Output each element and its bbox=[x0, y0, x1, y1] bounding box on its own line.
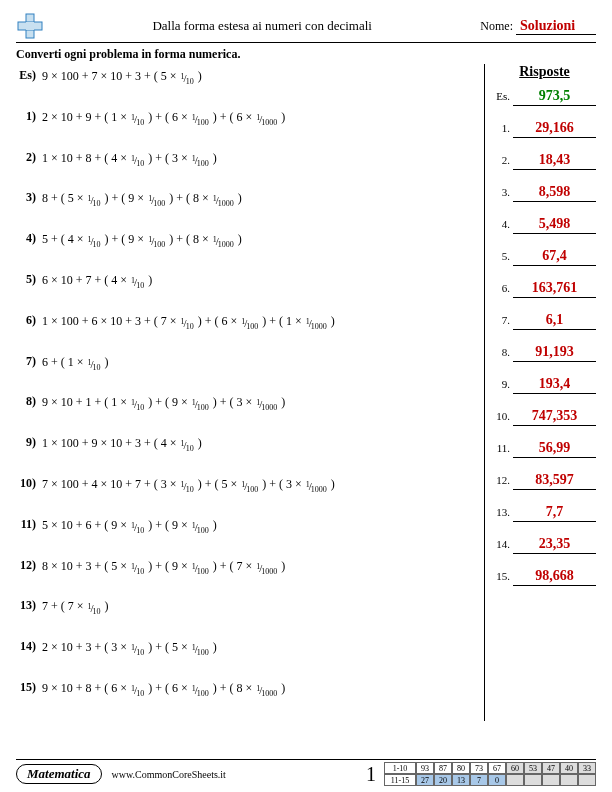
fraction: 1/1000 bbox=[213, 192, 234, 209]
problem-expression: 9 × 10 + 1 + ( 1 × 1/10 ) + ( 9 × 1/100 … bbox=[42, 394, 476, 413]
fraction: 1/1000 bbox=[256, 396, 277, 413]
answer-row: 13.7,7 bbox=[493, 504, 596, 522]
answer-row: 15.98,668 bbox=[493, 568, 596, 586]
score-cell: 27 bbox=[416, 774, 434, 786]
problem-number: 13) bbox=[16, 598, 42, 613]
website-text: www.CommonCoreSheets.it bbox=[112, 769, 366, 780]
answer-label: 1. bbox=[493, 122, 513, 134]
fraction: 1/100 bbox=[192, 396, 209, 413]
answer-value: 98,668 bbox=[513, 568, 596, 586]
fraction: 1/10 bbox=[181, 315, 194, 332]
answer-row: 6.163,761 bbox=[493, 280, 596, 298]
fraction: 1/10 bbox=[131, 274, 144, 291]
answer-value: 67,4 bbox=[513, 248, 596, 266]
fraction: 1/100 bbox=[241, 315, 258, 332]
problem-number: 10) bbox=[16, 476, 42, 491]
score-cell: 20 bbox=[434, 774, 452, 786]
fraction: 1/10 bbox=[131, 682, 144, 699]
fraction: 1/10 bbox=[131, 152, 144, 169]
name-value: Soluzioni bbox=[516, 18, 596, 35]
answer-value: 91,193 bbox=[513, 344, 596, 362]
fraction: 1/10 bbox=[88, 600, 101, 617]
name-label: Nome: bbox=[480, 19, 513, 33]
problem-row: 8)9 × 10 + 1 + ( 1 × 1/10 ) + ( 9 × 1/10… bbox=[16, 394, 476, 413]
problem-number: 8) bbox=[16, 394, 42, 409]
problem-row: 3)8 + ( 5 × 1/10 ) + ( 9 × 1/100 ) + ( 8… bbox=[16, 190, 476, 209]
fraction: 1/10 bbox=[88, 233, 101, 250]
fraction: 1/10 bbox=[181, 70, 194, 87]
problem-number: Es) bbox=[16, 68, 42, 83]
problem-number: 1) bbox=[16, 109, 42, 124]
problem-expression: 5 × 10 + 6 + ( 9 × 1/10 ) + ( 9 × 1/100 … bbox=[42, 517, 476, 536]
fraction: 1/1000 bbox=[256, 560, 277, 577]
fraction: 1/100 bbox=[192, 682, 209, 699]
answer-value: 56,99 bbox=[513, 440, 596, 458]
answer-label: 14. bbox=[493, 538, 513, 550]
answer-label: 13. bbox=[493, 506, 513, 518]
problem-expression: 9 × 100 + 7 × 10 + 3 + ( 5 × 1/10 ) bbox=[42, 68, 476, 87]
answer-label: 7. bbox=[493, 314, 513, 326]
answer-value: 747,353 bbox=[513, 408, 596, 426]
problem-number: 12) bbox=[16, 558, 42, 573]
problem-expression: 6 × 10 + 7 + ( 4 × 1/10 ) bbox=[42, 272, 476, 291]
fraction: 1/10 bbox=[181, 437, 194, 454]
problem-row: 7)6 + ( 1 × 1/10 ) bbox=[16, 354, 476, 373]
problem-expression: 2 × 10 + 3 + ( 3 × 1/10 ) + ( 5 × 1/100 … bbox=[42, 639, 476, 658]
problem-expression: 5 + ( 4 × 1/10 ) + ( 9 × 1/100 ) + ( 8 ×… bbox=[42, 231, 476, 250]
answer-row: 9.193,4 bbox=[493, 376, 596, 394]
problem-number: 11) bbox=[16, 517, 42, 532]
score-cell bbox=[506, 774, 524, 786]
problem-row: 14)2 × 10 + 3 + ( 3 × 1/10 ) + ( 5 × 1/1… bbox=[16, 639, 476, 658]
fraction: 1/10 bbox=[181, 478, 194, 495]
problem-number: 14) bbox=[16, 639, 42, 654]
problem-number: 6) bbox=[16, 313, 42, 328]
problem-expression: 8 × 10 + 3 + ( 5 × 1/10 ) + ( 9 × 1/100 … bbox=[42, 558, 476, 577]
answer-label: 10. bbox=[493, 410, 513, 422]
problem-number: 15) bbox=[16, 680, 42, 695]
problem-number: 3) bbox=[16, 190, 42, 205]
problem-number: 2) bbox=[16, 150, 42, 165]
fraction: 1/1000 bbox=[213, 233, 234, 250]
content-area: Es)9 × 100 + 7 × 10 + 3 + ( 5 × 1/10 )1)… bbox=[16, 64, 596, 721]
answer-value: 163,761 bbox=[513, 280, 596, 298]
answer-label: 5. bbox=[493, 250, 513, 262]
answer-label: 9. bbox=[493, 378, 513, 390]
score-cell bbox=[560, 774, 578, 786]
answer-value: 6,1 bbox=[513, 312, 596, 330]
fraction: 1/100 bbox=[192, 519, 209, 536]
answer-value: 973,5 bbox=[513, 88, 596, 106]
problem-row: 13)7 + ( 7 × 1/10 ) bbox=[16, 598, 476, 617]
answer-row: 10.747,353 bbox=[493, 408, 596, 426]
score-cell: 60 bbox=[506, 762, 524, 774]
problem-expression: 7 × 100 + 4 × 10 + 7 + ( 3 × 1/10 ) + ( … bbox=[42, 476, 476, 495]
problem-expression: 7 + ( 7 × 1/10 ) bbox=[42, 598, 476, 617]
problem-row: 6)1 × 100 + 6 × 10 + 3 + ( 7 × 1/10 ) + … bbox=[16, 313, 476, 332]
score-cell bbox=[524, 774, 542, 786]
answer-row: 7.6,1 bbox=[493, 312, 596, 330]
fraction: 1/10 bbox=[131, 111, 144, 128]
answer-label: 6. bbox=[493, 282, 513, 294]
problem-number: 5) bbox=[16, 272, 42, 287]
score-cell: 33 bbox=[578, 762, 596, 774]
score-cell: 40 bbox=[560, 762, 578, 774]
problem-row: 9)1 × 100 + 9 × 10 + 3 + ( 4 × 1/10 ) bbox=[16, 435, 476, 454]
fraction: 1/10 bbox=[131, 641, 144, 658]
fraction: 1/1000 bbox=[256, 682, 277, 699]
problem-row: 5)6 × 10 + 7 + ( 4 × 1/10 ) bbox=[16, 272, 476, 291]
svg-rect-2 bbox=[26, 22, 34, 30]
answers-title: Risposte bbox=[493, 64, 596, 80]
fraction: 1/10 bbox=[131, 560, 144, 577]
answer-row: 2.18,43 bbox=[493, 152, 596, 170]
answer-row: 3.8,598 bbox=[493, 184, 596, 202]
fraction: 1/10 bbox=[131, 396, 144, 413]
answer-value: 18,43 bbox=[513, 152, 596, 170]
fraction: 1/100 bbox=[192, 152, 209, 169]
answer-value: 29,166 bbox=[513, 120, 596, 138]
fraction: 1/10 bbox=[88, 192, 101, 209]
score-cell: 1-10 bbox=[384, 762, 416, 774]
score-cell bbox=[578, 774, 596, 786]
score-cell: 0 bbox=[488, 774, 506, 786]
answer-label: 15. bbox=[493, 570, 513, 582]
fraction: 1/100 bbox=[192, 111, 209, 128]
answer-label: Es. bbox=[493, 90, 513, 102]
